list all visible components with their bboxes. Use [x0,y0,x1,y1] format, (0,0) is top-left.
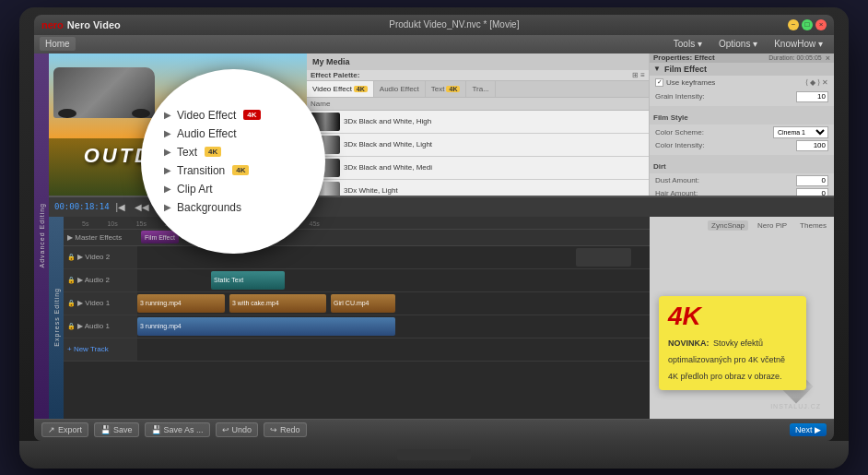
menu-knowhow[interactable]: KnowHow ▾ [768,37,828,51]
circle-item-transition-label: Transition [177,164,225,177]
top-row: OUTDOOR TRIP ▶ Video Effect 4K [49,53,834,196]
nero-pip-tab[interactable]: Nero PiP [754,220,791,231]
dust-input[interactable] [796,175,828,186]
next-button[interactable]: Next ▶ [790,423,827,436]
tab-audio-effect[interactable]: Audio Effect [374,81,426,97]
menu-options[interactable]: Options ▾ [713,37,763,51]
film-style-label: Film Style [653,113,688,122]
hair-input[interactable] [796,188,828,196]
minimize-button[interactable]: − [788,19,799,30]
keyframe-btn-2[interactable]: ◆ [810,78,815,87]
color-scheme-label: Color Scheme: [655,128,773,137]
clip-girlcu-label: Girl CU.mp4 [334,300,369,306]
circle-item-backgrounds-label: Backgrounds [177,201,241,214]
video-preview: OUTDOOR TRIP ▶ Video Effect 4K [49,53,307,196]
clip-girlcu[interactable]: Girl CU.mp4 [331,294,395,313]
effect-item-1[interactable]: 3Dx Black and White, High [307,111,649,134]
keyframe-btn-1[interactable]: ⟨ [805,78,808,87]
circle-menu-transition[interactable]: ▶ Transition 4K [164,161,302,180]
save-button[interactable]: 💾 Save [94,422,139,437]
screen-bezel: nero Nero Video Produkt Video_NV.nvc * [… [34,15,834,441]
tab-video-effect[interactable]: Video Effect 4K [307,81,374,97]
list-view-icon[interactable]: ≡ [640,71,645,79]
circle-menu-clipart[interactable]: ▶ Clip Art [164,180,302,198]
menu-right: Tools ▾ Options ▾ KnowHow ▾ [668,37,828,51]
effect-name-1: 3Dx Black and White, High [344,117,645,125]
effect-palette-label: Effect Palette: [311,71,359,79]
circle-menu-backgrounds[interactable]: ▶ Backgrounds [164,198,302,217]
clip-running[interactable]: 3 running.mp4 [137,294,225,313]
menu-tools[interactable]: Tools ▾ [668,37,708,51]
export-button[interactable]: ↗ Export [41,422,88,437]
effect-name-3: 3Dx Black and White, Medi [344,163,645,172]
lock-icon-v1[interactable]: 🔒 [67,300,76,307]
arrow-icon-6: ▶ [164,202,171,212]
circle-item-clipart-label: Clip Art [177,183,213,196]
themes-tab[interactable]: Themes [796,220,830,231]
arrow-icon: ▶ [164,110,171,120]
props-close-icon[interactable]: × [826,53,830,63]
dirt-content: Dust Amount: Hair Amount: Stain Amount: [650,173,834,196]
effect-list: 3Dx Black and White, High 3Dx Black and … [307,111,649,196]
track-audio-1-body: 3 running.mp4 [137,315,650,338]
new-track-text: + New Track [67,345,109,353]
clip-cake-label: 3 with cake.mp4 [232,300,279,306]
dirt-header: Dirt [650,155,834,173]
effect-item-4[interactable]: 3Dx White, Light [307,180,649,196]
dust-row: Dust Amount: [655,175,828,186]
trackpad[interactable] [397,449,471,460]
my-media-label: My Media [312,57,350,66]
menu-home[interactable]: Home [40,37,76,51]
dust-label: Dust Amount: [655,176,796,184]
tab-text[interactable]: Text 4K [426,81,467,97]
tab-transition[interactable]: Tra... [466,81,495,97]
effect-palette-header-row: Effect Palette: ⊞ ≡ [307,70,649,81]
film-effect-label: Film Effect [664,65,707,74]
hair-label: Hair Amount: [655,189,796,196]
audio-clip-1[interactable]: 3 running.mp4 [137,317,395,336]
undo-icon: ↩ [222,425,229,434]
color-intensity-label: Color Intensity: [655,141,796,149]
track-video-2: 🔒 ▶ Video 2 [64,246,650,269]
laptop-frame: nero Nero Video Produkt Video_NV.nvc * [… [19,7,849,469]
track-audio-1: 🔒 ▶ Audio 1 3 running.mp4 [64,315,650,338]
static-text-clip[interactable]: Static Text [211,271,285,290]
lock-icon-v2[interactable]: 🔒 [67,254,76,261]
color-intensity-input[interactable] [796,140,828,151]
file-title: Produkt Video_NV.nvc * [Movie] [389,19,519,30]
maximize-button[interactable]: □ [802,19,813,30]
color-scheme-select[interactable]: Cinema 1 [773,126,828,138]
effect-item-2[interactable]: 3Dx Black and White, Light [307,134,649,157]
grid-view-icon[interactable]: ⊞ [632,71,639,79]
timeline-main: 5s 10s 15s 20s 25s 30s 35s 40s 45s [64,217,650,419]
save-as-button[interactable]: 💾 Save As ... [145,422,210,437]
keyframe-controls: ⟨ ◆ ⟩ ✕ [805,78,828,87]
keyframes-checkbox[interactable] [655,78,663,87]
undo-button[interactable]: ↩ Undo [216,422,259,437]
redo-button[interactable]: ↪ Redo [264,422,307,437]
effect-item-3[interactable]: 3Dx Black and White, Medi [307,157,649,180]
grain-input[interactable] [796,91,828,102]
clip-cake[interactable]: 3 with cake.mp4 [229,294,326,313]
circle-menu-video-effect[interactable]: ▶ Video Effect 4K [164,106,302,125]
track-audio-2-body: Static Text [137,269,650,291]
static-text-label: Static Text [214,277,243,283]
close-button[interactable]: × [815,19,827,30]
circle-menu-text[interactable]: ▶ Text 4K [164,143,302,161]
lock-icon-a2[interactable]: 🔒 [67,277,76,284]
play-start-btn[interactable]: |◀ [113,200,129,214]
undo-label: Undo [232,425,252,434]
props-title: Properties: Effect [653,53,715,62]
express-editing-label: Express Editing [53,288,60,347]
keyframe-btn-4[interactable]: ✕ [822,78,828,87]
zyncsmart-tab[interactable]: ZyncSnap [708,220,748,231]
circle-menu-audio-effect[interactable]: ▶ Audio Effect [164,125,302,143]
film-effect-clip[interactable]: Film Effect [141,231,179,243]
play-back-btn[interactable]: ◀◀ [132,200,152,214]
keyframe-btn-3[interactable]: ⟩ [817,78,820,87]
track-new-label[interactable]: + New Track [64,338,137,361]
panel-action-icons: ⊞ ≡ [632,71,645,79]
props-header: Properties: Effect Duration: 00:05:05 × [650,53,834,63]
arrow-icon-5: ▶ [164,184,171,194]
lock-icon-a1[interactable]: 🔒 [67,323,76,330]
